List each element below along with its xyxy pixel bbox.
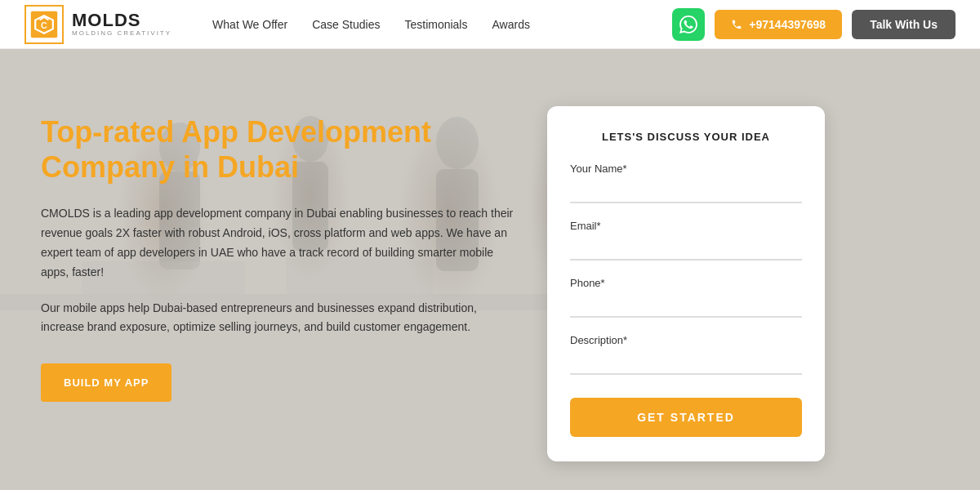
hero-description-2: Our mobile apps help Dubai-based entrepr… (41, 299, 514, 338)
logo[interactable]: C MOLDS MOLDING CREATIVITY (24, 5, 172, 44)
name-field-group: Your Name* (570, 163, 802, 203)
nav-links: What We Offer Case Studies Testimonials … (212, 17, 656, 32)
description-field-group: Description* (570, 334, 802, 375)
brand-name: MOLDS (72, 11, 172, 29)
phone-field-group: Phone* (570, 277, 802, 318)
hero-text-block: Top-rated App Development Company in Dub… (41, 98, 514, 402)
nav-what-we-offer[interactable]: What We Offer (212, 18, 287, 31)
nav-awards[interactable]: Awards (492, 18, 529, 31)
hero-section: Top-rated App Development Company in Dub… (0, 49, 980, 490)
hero-title: Top-rated App Development Company in Dub… (41, 114, 514, 185)
phone-label: Phone* (570, 277, 802, 289)
description-label: Description* (570, 334, 802, 346)
phone-icon (731, 19, 742, 30)
name-label: Your Name* (570, 163, 802, 175)
phone-number: +97144397698 (749, 18, 826, 31)
description-input[interactable] (570, 351, 802, 375)
nav-testimonials[interactable]: Testimonials (404, 18, 467, 31)
get-started-button[interactable]: GET STARTED (570, 398, 802, 437)
phone-input[interactable] (570, 294, 802, 318)
logo-text: MOLDS MOLDING CREATIVITY (72, 11, 172, 38)
phone-button[interactable]: +97144397698 (715, 10, 842, 39)
hero-content: Top-rated App Development Company in Dub… (0, 49, 980, 490)
whatsapp-icon (679, 16, 697, 33)
email-field-group: Email* (570, 220, 802, 261)
brand-tagline: MOLDING CREATIVITY (72, 29, 172, 38)
build-app-button[interactable]: BUILD MY APP (41, 363, 172, 402)
whatsapp-button[interactable] (672, 8, 705, 41)
name-input[interactable] (570, 180, 802, 203)
svg-text:C: C (41, 20, 47, 29)
nav-actions: +97144397698 Talk With Us (672, 8, 956, 41)
form-title: LETS'S DISCUSS YOUR IDEA (570, 131, 802, 143)
nav-case-studies[interactable]: Case Studies (312, 18, 380, 31)
contact-form-card: LETS'S DISCUSS YOUR IDEA Your Name* Emai… (547, 106, 825, 461)
email-input[interactable] (570, 237, 802, 261)
logo-icon: C (24, 5, 64, 44)
talk-button[interactable]: Talk With Us (852, 10, 956, 39)
hero-description-1: CMOLDS is a leading app development comp… (41, 204, 514, 282)
email-label: Email* (570, 220, 802, 232)
navbar: C MOLDS MOLDING CREATIVITY What We Offer… (0, 0, 980, 49)
